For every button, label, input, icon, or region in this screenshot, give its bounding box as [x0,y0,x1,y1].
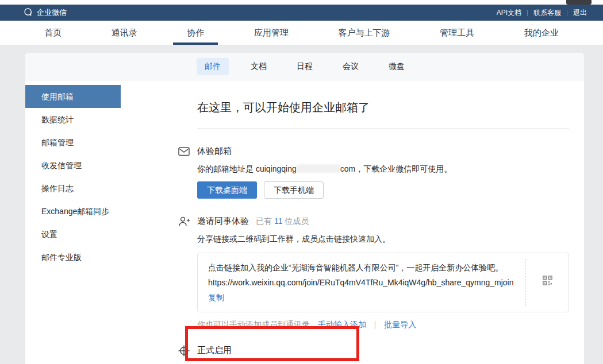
manual-add-hint: 你也可以手动添加成员到通讯录 [197,320,310,329]
member-count-number: 11 [274,216,283,226]
nav-item-contacts[interactable]: 通讯录 [108,21,141,45]
divider [197,128,569,129]
browser-artifact [566,0,592,5]
collab-tabstrip: 邮件 文档 日程 会议 微盘 [25,53,584,80]
sidebar-item-operation-log[interactable]: 操作日志 [25,177,121,200]
browser-top-edge [0,0,603,5]
nav-item-my-company[interactable]: 我的企业 [521,21,562,45]
invite-share-text: 点击链接加入我的企业“芜湖海音智能机器人有限公司”，一起开启全新办公体验吧。 [208,260,513,275]
download-desktop-button[interactable]: 下载桌面端 [197,181,257,199]
manual-add-row: 你也可以手动添加成员到通讯录 手动输入添加 | 批量导入 [197,320,569,330]
app-top-bar: 企业微信 API文档 联系客服 退出 [0,5,603,21]
tab-calendar[interactable]: 日程 [289,58,321,75]
wecom-logo-icon [23,7,33,19]
tab-drive[interactable]: 微盘 [381,58,413,75]
nav-item-apps[interactable]: 应用管理 [251,21,292,45]
sidebar-item-send-receive[interactable]: 收发信管理 [25,154,121,177]
nav-item-home[interactable]: 首页 [41,21,65,45]
member-count: 已有 11 位成员 [256,216,309,227]
invite-colleagues-section: 邀请同事体验 已有 11 位成员 分享链接或二维码到工作群，成员点击链接快速加入… [197,216,569,330]
page-title: 在这里，可以开始使用企业邮箱了 [197,100,569,115]
nav-item-admin-tools[interactable]: 管理工具 [436,21,478,45]
mail-sidebar: 使用邮箱 数据统计 邮箱管理 收发信管理 操作日志 Exchange邮箱同步 设… [25,80,121,363]
trial-mailbox-section: 体验邮箱 你的邮箱地址是 cuiqingqingcom，下载企业微信即可使用。 … [197,146,569,199]
download-mobile-button[interactable]: 下载手机端 [264,181,324,199]
logout-link[interactable]: 退出 [573,8,587,18]
divider [527,10,528,16]
activate-section: 正式启用 请配置你的企业要使用的邮箱，以完成正式启用。 当前域n.com 配置 [197,345,569,364]
sidebar-item-use-mailbox[interactable]: 使用邮箱 [25,85,121,108]
tab-meeting[interactable]: 会议 [335,58,367,75]
address-suffix: com，下载企业微信即可使用。 [340,164,452,173]
mailbox-address-line: 你的邮箱地址是 cuiqingqingcom，下载企业微信即可使用。 [197,163,569,175]
sidebar-item-settings[interactable]: 设置 [25,223,121,246]
redacted-email [297,164,340,173]
qr-code-icon[interactable] [543,275,552,290]
invite-share-box: 点击链接加入我的企业“芜湖海音智能机器人有限公司”，一起开启全新办公体验吧。 h… [197,253,569,312]
sidebar-item-statistics[interactable]: 数据统计 [25,108,121,131]
activate-heading: 正式启用 [197,345,232,356]
contact-support-link[interactable]: 联系客服 [533,8,561,18]
invite-heading: 邀请同事体验 [197,216,249,227]
dashed-divider [525,259,526,306]
trial-mailbox-heading: 体验邮箱 [197,146,232,157]
divider [567,10,567,16]
primary-nav: 首页 通讯录 协作 应用管理 客户与上下游 管理工具 我的企业 [0,21,603,45]
address-prefix: 你的邮箱地址是 cuiqingqing [197,164,297,173]
tab-docs[interactable]: 文档 [243,58,275,75]
add-person-icon [178,215,190,228]
divider: | [374,320,377,329]
member-count-prefix: 已有 [256,216,274,226]
manual-add-link[interactable]: 手动输入添加 [318,320,366,329]
tab-mail[interactable]: 邮件 [197,58,229,75]
nav-item-customers[interactable]: 客户与上下游 [335,21,394,45]
invite-desc: 分享链接或二维码到工作群，成员点击链接快速加入。 [197,233,569,245]
batch-import-link[interactable]: 批量导入 [384,320,416,329]
activate-crosshair-icon [178,344,190,357]
brand: 企业微信 [23,7,67,19]
api-doc-link[interactable]: API文档 [497,8,521,18]
brand-name: 企业微信 [37,7,67,18]
content-panel: 邮件 文档 日程 会议 微盘 使用邮箱 数据统计 邮箱管理 收发信管理 操作日志… [25,53,584,364]
topbar-links: API文档 联系客服 退出 [497,8,587,18]
member-count-suffix: 位成员 [282,216,309,226]
sidebar-item-mail-pro[interactable]: 邮件专业版 [25,246,121,269]
invite-share-url: https://work.weixin.qq.com/join/ERuTq4mV… [208,275,513,290]
copy-link-button[interactable]: 复制 [208,290,224,305]
sidebar-item-exchange-sync[interactable]: Exchange邮箱同步 [25,200,121,223]
envelope-icon [178,145,190,158]
nav-item-collaboration[interactable]: 协作 [183,21,208,45]
sidebar-item-mailbox-management[interactable]: 邮箱管理 [25,131,121,154]
main-content: 在这里，可以开始使用企业邮箱了 体验邮箱 你的邮箱地址是 cuiqingqing… [121,80,603,363]
